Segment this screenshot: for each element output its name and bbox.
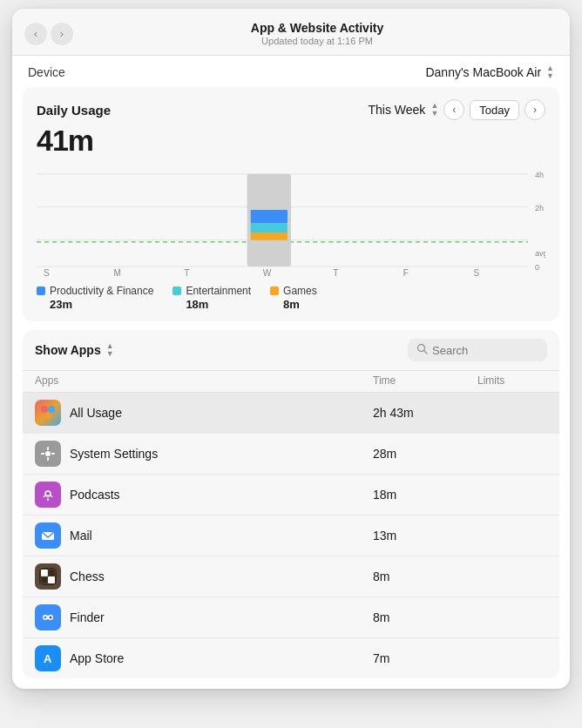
- app-name-system-settings: System Settings: [70, 447, 158, 461]
- titlebar: ‹ › App & Website Activity Updated today…: [12, 9, 570, 56]
- svg-rect-37: [41, 570, 48, 576]
- legend-time-entertainment: 18m: [173, 298, 251, 311]
- week-picker-arrows: ▲▼: [430, 102, 438, 118]
- svg-rect-29: [41, 453, 44, 455]
- app-name-finder: Finder: [70, 610, 105, 624]
- table-header: Apps Time Limits: [23, 370, 559, 393]
- apps-section: Show Apps ▲▼ Apps Time Limits: [23, 330, 559, 678]
- device-row: Device Danny's MacBook Air ▲▼: [12, 56, 570, 87]
- svg-rect-10: [251, 233, 288, 240]
- table-row[interactable]: All Usage 2h 43m: [23, 393, 559, 434]
- table-row[interactable]: Finder 8m: [23, 597, 559, 638]
- chart-legend: Productivity & Finance 23m Entertainment…: [37, 285, 545, 311]
- legend-item-productivity: Productivity & Finance 23m: [37, 285, 153, 311]
- search-icon: [416, 343, 428, 357]
- usage-card: Daily Usage This Week ▲▼ ‹ Today › 41m: [23, 87, 559, 321]
- svg-rect-11: [251, 223, 288, 233]
- app-cell-system-settings: System Settings: [35, 441, 373, 467]
- week-label: This Week: [369, 103, 426, 117]
- show-apps-label: Show Apps: [35, 343, 101, 357]
- table-row[interactable]: A App Store 7m: [23, 638, 559, 678]
- legend-item-entertainment: Entertainment 18m: [173, 285, 251, 311]
- back-button[interactable]: ‹: [24, 23, 47, 45]
- col-apps: Apps: [35, 374, 373, 387]
- svg-rect-38: [48, 570, 55, 576]
- prev-week-button[interactable]: ‹: [443, 99, 464, 120]
- search-input[interactable]: [432, 344, 538, 357]
- usage-header: Daily Usage This Week ▲▼ ‹ Today ›: [37, 99, 545, 120]
- svg-text:S: S: [473, 268, 479, 278]
- legend-dot-games: [270, 286, 279, 295]
- app-icon-all-usage: [35, 400, 61, 426]
- app-icon-system-settings: [35, 441, 61, 467]
- svg-point-26: [45, 451, 51, 456]
- legend-time-productivity: 23m: [37, 298, 153, 311]
- svg-rect-30: [51, 453, 55, 455]
- svg-text:M: M: [114, 268, 121, 278]
- svg-rect-40: [48, 576, 55, 583]
- svg-point-46: [50, 617, 52, 619]
- next-week-icon: ›: [533, 104, 537, 116]
- table-row[interactable]: Chess 8m: [23, 556, 559, 597]
- week-controls: This Week ▲▼ ‹ Today ›: [369, 99, 546, 120]
- device-picker-arrows: ▲▼: [546, 64, 554, 80]
- svg-point-22: [41, 406, 48, 413]
- svg-text:T: T: [333, 268, 339, 278]
- svg-point-24: [44, 413, 51, 420]
- app-time-system-settings: 28m: [373, 447, 477, 461]
- app-time-podcasts: 18m: [373, 488, 477, 502]
- back-icon: ‹: [34, 27, 37, 40]
- legend-time-games: 8m: [270, 298, 317, 311]
- page-subtitle: Updated today at 1:16 PM: [80, 36, 554, 46]
- nav-buttons: ‹ ›: [24, 23, 73, 45]
- col-limits: Limits: [477, 374, 547, 387]
- app-time-chess: 8m: [373, 570, 477, 583]
- show-apps-arrows: ▲▼: [106, 342, 114, 358]
- app-icon-chess: [35, 563, 61, 590]
- app-name-all-usage: All Usage: [70, 406, 122, 420]
- app-cell-mail: Mail: [35, 522, 373, 549]
- app-time-mail: 13m: [373, 529, 477, 543]
- svg-rect-39: [41, 576, 48, 583]
- app-cell-podcasts: Podcasts: [35, 482, 373, 508]
- app-cell-all-usage: All Usage: [35, 400, 373, 426]
- svg-text:S: S: [44, 268, 50, 278]
- search-box[interactable]: [408, 339, 547, 361]
- legend-item-games: Games 8m: [270, 285, 317, 311]
- table-row[interactable]: System Settings 28m: [23, 434, 559, 475]
- svg-rect-28: [47, 457, 49, 461]
- show-apps-button[interactable]: Show Apps ▲▼: [35, 342, 114, 358]
- svg-rect-12: [251, 210, 288, 223]
- chart-container: 4h 2h avg 0 S M T W T F S: [37, 165, 545, 278]
- app-name-mail: Mail: [70, 529, 92, 543]
- app-time-finder: 8m: [373, 610, 477, 624]
- app-icon-podcasts: [35, 482, 61, 508]
- app-icon-app-store: A: [35, 645, 61, 671]
- app-name-podcasts: Podcasts: [70, 488, 120, 502]
- table-row[interactable]: Podcasts 18m: [23, 475, 559, 516]
- today-button[interactable]: Today: [470, 100, 519, 120]
- svg-text:T: T: [184, 268, 190, 278]
- svg-text:4h: 4h: [535, 170, 544, 179]
- table-row[interactable]: Mail 13m: [23, 516, 559, 556]
- app-time-app-store: 7m: [373, 651, 477, 665]
- usage-chart: 4h 2h avg 0 S M T W T F S: [37, 165, 545, 278]
- svg-text:2h: 2h: [535, 203, 544, 212]
- page-title: App & Website Activity: [80, 21, 554, 35]
- titlebar-text: App & Website Activity Updated today at …: [80, 21, 554, 46]
- forward-button[interactable]: ›: [51, 23, 73, 45]
- device-selected: Danny's MacBook Air: [425, 65, 541, 79]
- legend-name-productivity: Productivity & Finance: [50, 285, 153, 297]
- week-picker[interactable]: This Week ▲▼: [369, 102, 439, 118]
- main-window: ‹ › App & Website Activity Updated today…: [12, 9, 570, 689]
- col-time: Time: [373, 374, 477, 387]
- svg-text:0: 0: [535, 262, 539, 272]
- device-picker[interactable]: Danny's MacBook Air ▲▼: [425, 64, 554, 80]
- svg-point-23: [48, 406, 55, 413]
- legend-dot-productivity: [37, 286, 45, 295]
- svg-text:avg: avg: [535, 248, 545, 258]
- device-label: Device: [28, 65, 65, 79]
- svg-text:F: F: [403, 268, 409, 278]
- legend-name-games: Games: [283, 285, 317, 297]
- next-week-button[interactable]: ›: [524, 99, 545, 120]
